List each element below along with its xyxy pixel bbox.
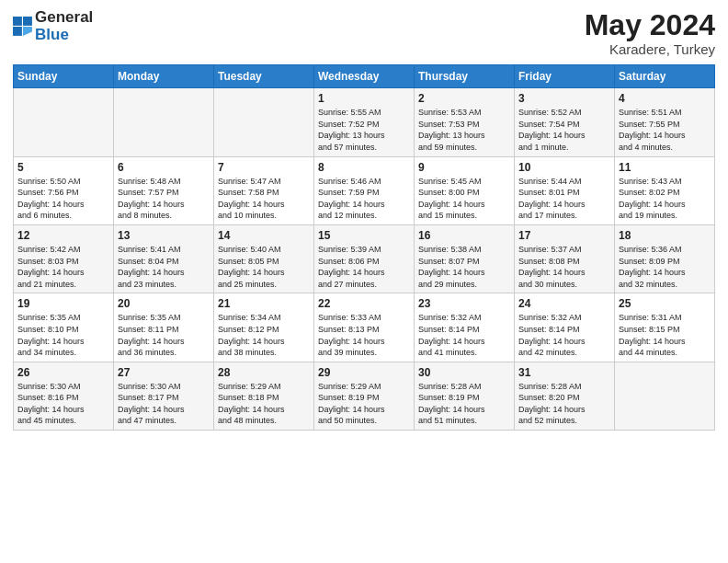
day-info: Sunrise: 5:44 AM Sunset: 8:01 PM Dayligh… xyxy=(518,176,610,222)
day-info: Sunrise: 5:35 AM Sunset: 8:11 PM Dayligh… xyxy=(118,312,210,358)
day-number: 15 xyxy=(318,229,410,242)
day-number: 27 xyxy=(118,366,210,379)
day-header-thursday: Thursday xyxy=(415,65,515,88)
day-info: Sunrise: 5:32 AM Sunset: 8:14 PM Dayligh… xyxy=(518,312,610,358)
day-info: Sunrise: 5:46 AM Sunset: 7:59 PM Dayligh… xyxy=(318,176,410,222)
calendar-cell: 24Sunrise: 5:32 AM Sunset: 8:14 PM Dayli… xyxy=(515,293,615,362)
svg-rect-0 xyxy=(13,17,22,26)
day-info: Sunrise: 5:53 AM Sunset: 7:53 PM Dayligh… xyxy=(418,107,510,153)
day-number: 19 xyxy=(17,297,109,310)
day-info: Sunrise: 5:42 AM Sunset: 8:03 PM Dayligh… xyxy=(17,244,109,290)
calendar-cell: 9Sunrise: 5:45 AM Sunset: 8:00 PM Daylig… xyxy=(415,156,515,224)
title-block: May 2024 Karadere, Turkey xyxy=(585,9,715,57)
day-header-saturday: Saturday xyxy=(615,65,715,88)
day-number: 12 xyxy=(17,229,109,242)
day-number: 28 xyxy=(218,366,310,379)
day-number: 3 xyxy=(518,92,610,105)
calendar-cell: 29Sunrise: 5:29 AM Sunset: 8:19 PM Dayli… xyxy=(314,362,415,430)
calendar-cell: 2Sunrise: 5:53 AM Sunset: 7:53 PM Daylig… xyxy=(415,88,515,156)
calendar-cell: 14Sunrise: 5:40 AM Sunset: 8:05 PM Dayli… xyxy=(214,224,314,293)
calendar-cell: 17Sunrise: 5:37 AM Sunset: 8:08 PM Dayli… xyxy=(515,224,615,293)
day-number: 2 xyxy=(418,92,510,105)
calendar-table: SundayMondayTuesdayWednesdayThursdayFrid… xyxy=(13,64,715,431)
day-info: Sunrise: 5:51 AM Sunset: 7:55 PM Dayligh… xyxy=(619,107,711,153)
day-info: Sunrise: 5:28 AM Sunset: 8:19 PM Dayligh… xyxy=(418,381,510,427)
day-info: Sunrise: 5:37 AM Sunset: 8:08 PM Dayligh… xyxy=(518,244,610,290)
day-number: 17 xyxy=(518,229,610,242)
day-info: Sunrise: 5:32 AM Sunset: 8:14 PM Dayligh… xyxy=(418,312,510,358)
day-header-tuesday: Tuesday xyxy=(214,65,314,88)
day-header-sunday: Sunday xyxy=(14,65,114,88)
day-info: Sunrise: 5:29 AM Sunset: 8:18 PM Dayligh… xyxy=(218,381,310,427)
day-number: 8 xyxy=(318,161,410,174)
day-number: 13 xyxy=(118,229,210,242)
calendar-cell: 19Sunrise: 5:35 AM Sunset: 8:10 PM Dayli… xyxy=(14,293,114,362)
day-info: Sunrise: 5:34 AM Sunset: 8:12 PM Dayligh… xyxy=(218,312,310,358)
calendar-cell: 8Sunrise: 5:46 AM Sunset: 7:59 PM Daylig… xyxy=(314,156,415,224)
calendar-cell: 30Sunrise: 5:28 AM Sunset: 8:19 PM Dayli… xyxy=(415,362,515,430)
day-info: Sunrise: 5:47 AM Sunset: 7:58 PM Dayligh… xyxy=(218,176,310,222)
calendar-cell: 23Sunrise: 5:32 AM Sunset: 8:14 PM Dayli… xyxy=(415,293,515,362)
day-number: 23 xyxy=(418,297,510,310)
calendar-cell: 20Sunrise: 5:35 AM Sunset: 8:11 PM Dayli… xyxy=(114,293,214,362)
calendar-header: SundayMondayTuesdayWednesdayThursdayFrid… xyxy=(14,65,715,88)
calendar-cell: 3Sunrise: 5:52 AM Sunset: 7:54 PM Daylig… xyxy=(515,88,615,156)
svg-rect-1 xyxy=(23,17,32,26)
calendar-cell xyxy=(14,88,114,156)
calendar-week-5: 26Sunrise: 5:30 AM Sunset: 8:16 PM Dayli… xyxy=(14,362,715,430)
day-number: 9 xyxy=(418,161,510,174)
calendar-cell: 4Sunrise: 5:51 AM Sunset: 7:55 PM Daylig… xyxy=(615,88,715,156)
header-row: SundayMondayTuesdayWednesdayThursdayFrid… xyxy=(14,65,715,88)
calendar-cell: 6Sunrise: 5:48 AM Sunset: 7:57 PM Daylig… xyxy=(114,156,214,224)
calendar-cell: 31Sunrise: 5:28 AM Sunset: 8:20 PM Dayli… xyxy=(515,362,615,430)
day-info: Sunrise: 5:48 AM Sunset: 7:57 PM Dayligh… xyxy=(118,176,210,222)
calendar-cell: 26Sunrise: 5:30 AM Sunset: 8:16 PM Dayli… xyxy=(14,362,114,430)
calendar-week-1: 1Sunrise: 5:55 AM Sunset: 7:52 PM Daylig… xyxy=(14,88,715,156)
day-number: 31 xyxy=(518,366,610,379)
day-number: 26 xyxy=(17,366,109,379)
day-info: Sunrise: 5:39 AM Sunset: 8:06 PM Dayligh… xyxy=(318,244,410,290)
calendar-week-3: 12Sunrise: 5:42 AM Sunset: 8:03 PM Dayli… xyxy=(14,224,715,293)
logo-icon xyxy=(13,17,33,37)
day-info: Sunrise: 5:36 AM Sunset: 8:09 PM Dayligh… xyxy=(619,244,711,290)
month-title: May 2024 xyxy=(585,9,715,41)
day-header-wednesday: Wednesday xyxy=(314,65,415,88)
day-info: Sunrise: 5:55 AM Sunset: 7:52 PM Dayligh… xyxy=(318,107,410,153)
calendar-week-2: 5Sunrise: 5:50 AM Sunset: 7:56 PM Daylig… xyxy=(14,156,715,224)
calendar-cell: 11Sunrise: 5:43 AM Sunset: 8:02 PM Dayli… xyxy=(615,156,715,224)
calendar-cell: 12Sunrise: 5:42 AM Sunset: 8:03 PM Dayli… xyxy=(14,224,114,293)
calendar-cell: 5Sunrise: 5:50 AM Sunset: 7:56 PM Daylig… xyxy=(14,156,114,224)
day-number: 20 xyxy=(118,297,210,310)
day-number: 11 xyxy=(619,161,711,174)
day-number: 16 xyxy=(418,229,510,242)
calendar-cell xyxy=(114,88,214,156)
calendar-cell: 28Sunrise: 5:29 AM Sunset: 8:18 PM Dayli… xyxy=(214,362,314,430)
day-number: 4 xyxy=(619,92,711,105)
calendar-cell: 1Sunrise: 5:55 AM Sunset: 7:52 PM Daylig… xyxy=(314,88,415,156)
calendar-cell: 15Sunrise: 5:39 AM Sunset: 8:06 PM Dayli… xyxy=(314,224,415,293)
day-info: Sunrise: 5:30 AM Sunset: 8:16 PM Dayligh… xyxy=(17,381,109,427)
day-number: 6 xyxy=(118,161,210,174)
page-header: General Blue May 2024 Karadere, Turkey xyxy=(13,9,715,57)
calendar-cell: 7Sunrise: 5:47 AM Sunset: 7:58 PM Daylig… xyxy=(214,156,314,224)
day-info: Sunrise: 5:30 AM Sunset: 8:17 PM Dayligh… xyxy=(118,381,210,427)
day-number: 29 xyxy=(318,366,410,379)
logo: General Blue xyxy=(13,9,93,43)
calendar-cell xyxy=(615,362,715,430)
day-header-friday: Friday xyxy=(515,65,615,88)
day-info: Sunrise: 5:43 AM Sunset: 8:02 PM Dayligh… xyxy=(619,176,711,222)
day-info: Sunrise: 5:33 AM Sunset: 8:13 PM Dayligh… xyxy=(318,312,410,358)
day-number: 30 xyxy=(418,366,510,379)
day-number: 10 xyxy=(518,161,610,174)
calendar-cell: 27Sunrise: 5:30 AM Sunset: 8:17 PM Dayli… xyxy=(114,362,214,430)
day-info: Sunrise: 5:35 AM Sunset: 8:10 PM Dayligh… xyxy=(17,312,109,358)
calendar-cell: 10Sunrise: 5:44 AM Sunset: 8:01 PM Dayli… xyxy=(515,156,615,224)
day-info: Sunrise: 5:29 AM Sunset: 8:19 PM Dayligh… xyxy=(318,381,410,427)
day-info: Sunrise: 5:38 AM Sunset: 8:07 PM Dayligh… xyxy=(418,244,510,290)
day-info: Sunrise: 5:31 AM Sunset: 8:15 PM Dayligh… xyxy=(619,312,711,358)
calendar-cell xyxy=(214,88,314,156)
day-info: Sunrise: 5:40 AM Sunset: 8:05 PM Dayligh… xyxy=(218,244,310,290)
day-number: 21 xyxy=(218,297,310,310)
calendar-body: 1Sunrise: 5:55 AM Sunset: 7:52 PM Daylig… xyxy=(14,88,715,431)
svg-marker-3 xyxy=(23,27,32,36)
